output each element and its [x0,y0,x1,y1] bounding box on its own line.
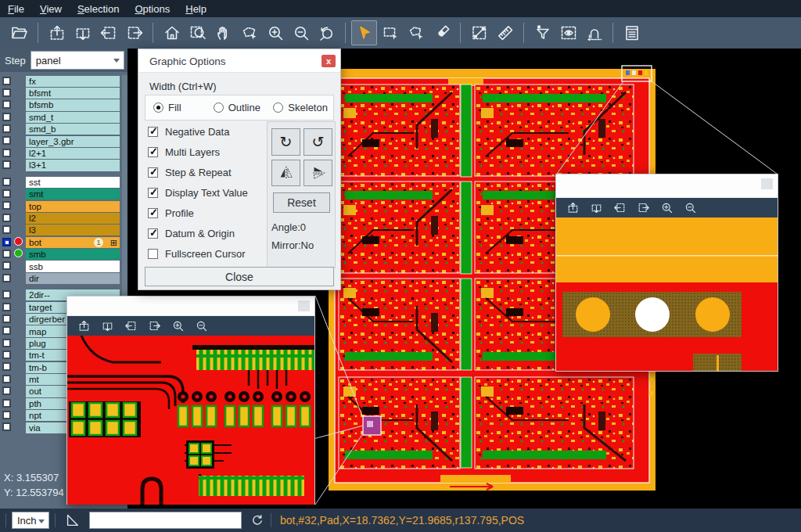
option-fullscreen-cursor[interactable]: Fullscreen Cursor [148,248,248,259]
select-arrow-button[interactable] [351,20,377,45]
import-right-button[interactable] [121,20,147,45]
select-polygon-button[interactable] [403,20,429,45]
pan-left-button[interactable] [120,318,141,335]
layer-row-l2[interactable]: l2 [0,212,128,224]
layer-label-bar[interactable]: bfsmt [26,88,120,99]
snap-loop-button[interactable] [581,20,607,45]
rotate-cw-button[interactable]: ↻ [271,128,300,156]
pan-down-button[interactable] [97,318,117,335]
pan-right-button[interactable] [144,318,164,335]
layer-row-top[interactable]: top [0,200,128,212]
layer-label-bar[interactable]: top [26,201,120,212]
window-menu-button[interactable] [298,300,310,311]
brush-button[interactable] [429,20,454,45]
layer-label-bar[interactable]: dir [26,273,120,284]
layer-label-bar[interactable]: l3+1 [26,160,120,171]
layer-label-bar[interactable]: bfsmb [26,99,120,110]
layer-visibility-checkbox[interactable] [2,238,11,246]
layer-label-bar[interactable]: sst [26,177,120,188]
layer-label-bar[interactable]: l2+1 [26,148,120,159]
layer-row-ssb[interactable]: ssb [0,261,128,272]
option-display-text-value[interactable]: Display Text Value [148,187,248,198]
layer-row-fx[interactable]: fx [0,75,128,87]
pan-up-button[interactable] [74,318,94,335]
layer-visibility-checkbox[interactable] [2,422,11,431]
option-negative-data[interactable]: Negative Data [148,126,248,137]
layer-visibility-checkbox[interactable] [2,225,11,234]
option-datum-origin[interactable]: Datum & Origin [148,228,248,239]
layer-visibility-checkbox[interactable] [2,274,11,282]
pan-hand-button[interactable] [210,20,236,45]
layer-row-bfsmb[interactable]: bfsmb [0,99,128,111]
layer-visibility-checkbox[interactable] [2,100,11,109]
option-multi-layers[interactable]: Multi Layers [148,146,248,157]
checkbox-icon[interactable] [148,167,158,178]
zoom-in-button[interactable] [656,200,677,217]
mirror-vertical-button[interactable] [271,160,300,186]
checkbox-icon[interactable] [148,208,158,218]
layer-visibility-checkbox[interactable] [2,214,11,222]
command-input[interactable] [89,512,242,529]
layer-label-bar[interactable]: l3 [26,225,120,235]
checkbox-icon[interactable] [148,188,158,198]
layer-label-bar[interactable]: bot1⊞ [26,237,120,248]
radio-icon[interactable] [153,102,163,113]
pan-right-button[interactable] [633,200,653,217]
layer-visibility-checkbox[interactable] [2,315,11,323]
radio-icon[interactable] [273,102,283,113]
layer-row-dir[interactable]: dir [0,272,128,284]
layer-row-smt[interactable]: smt [0,189,128,200]
zoom-window-titlebar[interactable] [67,297,314,316]
layer-label-bar[interactable]: smd_b [26,124,120,135]
layer-visibility-checkbox[interactable] [2,375,11,383]
dialog-close-button[interactable]: x [321,55,336,67]
layer-row-smb[interactable]: smb [0,248,128,260]
corner-measure-icon[interactable] [64,512,81,529]
zoom-polygon-button[interactable] [236,20,262,45]
layer-label-bar[interactable]: ssb [26,261,120,271]
layer-visibility-checkbox[interactable] [2,339,11,347]
layer-visibility-checkbox[interactable] [2,178,11,186]
zoom-window-view[interactable] [67,336,314,505]
layer-visibility-checkbox[interactable] [2,77,11,85]
layer-row-l3-1[interactable]: l3+1 [0,160,128,171]
pan-left-button[interactable] [609,200,630,217]
layer-row-smd-b[interactable]: smd_b [0,124,128,135]
zoom-window-titlebar[interactable] [556,174,778,198]
layer-visibility-checkbox[interactable] [2,411,11,419]
layer-visibility-checkbox[interactable] [2,113,11,121]
zoom-in-button[interactable] [262,20,288,45]
zoom-out-button[interactable] [288,20,314,45]
import-up-button[interactable] [44,20,70,45]
home-button[interactable] [159,20,185,45]
menu-help[interactable]: Help [178,2,214,16]
layer-visibility-checkbox[interactable] [2,88,11,97]
measure-line-button[interactable] [466,20,492,45]
refresh-icon[interactable] [250,512,265,528]
option-profile[interactable]: Profile [148,207,248,218]
layer-row-l2-1[interactable]: l2+1 [0,147,128,159]
layer-row-bot[interactable]: bot1⊞ [0,236,128,248]
zoom-in-button[interactable] [167,318,188,335]
select-rect-button[interactable] [377,20,403,45]
layer-visibility-checkbox[interactable] [2,290,11,299]
checkbox-icon[interactable] [148,249,158,259]
layer-visibility-checkbox[interactable] [2,399,11,408]
window-menu-button[interactable] [761,178,773,189]
width-option-fill[interactable]: Fill [153,102,214,113]
zoom-out-button[interactable] [680,200,700,217]
menu-view[interactable]: View [32,2,70,16]
layer-visibility-checkbox[interactable] [2,149,11,157]
layer-visibility-checkbox[interactable] [2,350,11,359]
zoom-window-view[interactable] [556,217,778,371]
option-step-repeat[interactable]: Step & Repeat [148,167,248,178]
mirror-horizontal-button[interactable] [304,160,332,186]
layer-row-sst[interactable]: sst [0,176,128,188]
unit-select[interactable]: Inch [12,512,49,529]
zoom-previous-button[interactable] [314,20,339,45]
layer-label-bar[interactable]: layer_3.gbr [26,136,120,147]
layer-row-smd-t[interactable]: smd_t [0,111,128,123]
step-select[interactable]: panel [31,51,124,70]
menu-file[interactable]: File [0,2,32,16]
layer-label-bar[interactable]: l2 [26,213,120,224]
